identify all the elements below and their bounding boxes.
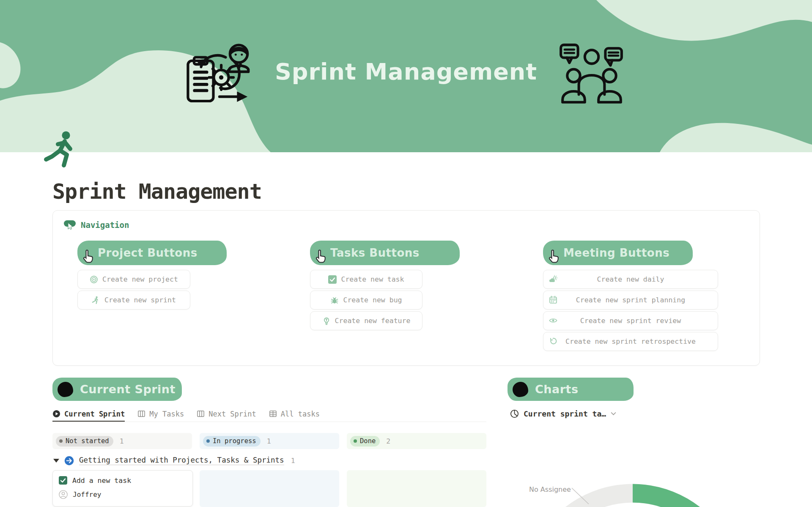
navigation-heading-label: Navigation	[81, 220, 129, 230]
create-new-task-button[interactable]: Create new task	[310, 270, 422, 289]
column-count: 1	[267, 437, 271, 445]
column-body-in-progress	[200, 470, 339, 507]
board-icon	[197, 410, 205, 418]
create-new-daily-button[interactable]: Create new daily	[543, 270, 718, 289]
board-icon	[137, 410, 145, 418]
create-new-sprint-button[interactable]: Create new sprint	[77, 290, 190, 310]
create-new-sprint-review-label: Create new sprint review	[580, 317, 681, 325]
tasks-buttons-heading-label: Tasks Buttons	[330, 247, 420, 259]
status-label: In progress	[213, 437, 256, 445]
create-new-feature-label: Create new feature	[335, 317, 411, 325]
sprint-group-row: Getting started with Projects, Tasks & S…	[53, 454, 295, 467]
status-label: Not started	[66, 437, 109, 445]
hand-cursor-icon	[546, 249, 561, 265]
column-header-done: Done 2	[347, 433, 486, 449]
create-new-bug-button[interactable]: Create new bug	[310, 290, 422, 310]
tab-label: Next Sprint	[208, 410, 256, 418]
agile-sprint-illustration-icon	[183, 39, 257, 113]
tab-label: My Tasks	[149, 410, 184, 418]
blob-icon	[58, 382, 73, 397]
cover-banner: Sprint Management	[0, 0, 812, 152]
target-icon	[90, 275, 98, 284]
navigation-heading: Navigation	[64, 220, 129, 230]
sprint-management-page: Sprint Management	[0, 0, 812, 507]
task-card-title: Add a new task	[72, 477, 131, 485]
sprint-group-count: 1	[291, 457, 295, 465]
sprint-group-title[interactable]: Getting started with Projects, Tasks & S…	[79, 456, 284, 465]
create-new-sprint-review-button[interactable]: Create new sprint review	[543, 311, 718, 330]
banner-title: Sprint Management	[262, 58, 550, 85]
status-pill-not-started[interactable]: Not started	[56, 436, 113, 447]
donut-segment-label: No Assignee	[529, 485, 571, 493]
checkbox-icon	[328, 275, 337, 284]
page-title: Sprint Management	[52, 179, 262, 204]
calendar-icon	[549, 296, 557, 304]
task-card[interactable]: Add a new task Joffrey	[52, 470, 193, 507]
column-header-not-started: Not started 1	[52, 433, 192, 449]
create-new-sprint-retrospective-label: Create new sprint retrospective	[565, 337, 696, 345]
column-count: 1	[120, 437, 124, 445]
create-new-sprint-label: Create new sprint	[104, 296, 176, 304]
current-sprint-heading-label: Current Sprint	[80, 383, 176, 396]
create-new-sprint-retrospective-button[interactable]: Create new sprint retrospective	[543, 332, 718, 351]
tab-my-tasks[interactable]: My Tasks	[137, 407, 184, 422]
navigation-card: Navigation Project Buttons Create new pr…	[52, 210, 760, 366]
create-new-sprint-planning-label: Create new sprint planning	[576, 296, 685, 304]
meeting-illustration-icon	[557, 41, 626, 110]
chevron-down-icon	[611, 412, 616, 416]
tab-all-tasks[interactable]: All tasks	[269, 407, 320, 422]
status-pill-done[interactable]: Done	[350, 436, 380, 447]
create-new-daily-label: Create new daily	[597, 275, 664, 283]
assignee-name: Joffrey	[73, 491, 101, 499]
meeting-buttons-heading: Meeting Buttons	[543, 241, 693, 265]
board-view-tabs: Current Sprint My Tasks Next Sprint All …	[52, 407, 320, 422]
assignee-avatar-icon	[59, 490, 68, 499]
status-pill-in-progress[interactable]: In progress	[203, 436, 261, 447]
create-new-project-label: Create new project	[102, 275, 178, 283]
create-new-feature-button[interactable]: Create new feature	[310, 311, 422, 330]
hand-cursor-icon	[80, 249, 95, 265]
tabs-divider	[52, 422, 486, 422]
play-circle-icon	[52, 410, 60, 418]
cursor-click-icon	[64, 220, 76, 230]
blob-icon	[513, 382, 528, 397]
toggle-triangle-icon[interactable]	[53, 459, 59, 463]
create-new-project-button[interactable]: Create new project	[77, 270, 190, 289]
charts-section-heading[interactable]: Charts	[508, 378, 634, 401]
status-dot	[354, 439, 357, 443]
arrow-circle-icon	[64, 456, 74, 466]
status-dot	[206, 439, 210, 443]
task-checkbox-icon[interactable]	[59, 476, 67, 485]
create-new-task-label: Create new task	[341, 275, 404, 283]
charts-heading-label: Charts	[535, 383, 579, 396]
status-dot	[59, 439, 63, 443]
current-sprint-section-heading[interactable]: Current Sprint	[52, 378, 182, 401]
column-header-in-progress: In progress 1	[200, 433, 339, 449]
assignee-donut-chart	[505, 458, 784, 507]
project-buttons-heading-label: Project Buttons	[98, 247, 198, 259]
tab-label: All tasks	[281, 410, 320, 418]
runner-icon	[92, 296, 100, 304]
pie-chart-icon	[510, 409, 519, 418]
project-buttons-heading: Project Buttons	[77, 241, 227, 265]
tab-next-sprint[interactable]: Next Sprint	[197, 407, 256, 422]
lightbulb-icon	[322, 317, 331, 325]
column-body-done	[347, 470, 486, 507]
tab-label: Current Sprint	[64, 410, 125, 418]
tasks-buttons-heading: Tasks Buttons	[310, 241, 460, 265]
sun-cloud-icon	[549, 275, 557, 283]
meeting-buttons-heading-label: Meeting Buttons	[563, 247, 669, 259]
column-count: 2	[386, 437, 390, 445]
hand-cursor-icon	[313, 249, 328, 265]
create-new-sprint-planning-button[interactable]: Create new sprint planning	[543, 290, 718, 310]
chart-selector[interactable]: Current sprint ta…	[510, 407, 616, 420]
chart-selector-label: Current sprint ta…	[524, 409, 606, 418]
bug-icon	[330, 296, 339, 304]
create-new-bug-label: Create new bug	[343, 296, 402, 304]
runner-page-icon[interactable]	[42, 129, 81, 170]
retro-arrow-icon	[549, 337, 557, 345]
status-label: Done	[360, 437, 376, 445]
tab-current-sprint[interactable]: Current Sprint	[52, 407, 125, 422]
donut-callout-line	[572, 488, 589, 504]
table-icon	[269, 410, 277, 418]
